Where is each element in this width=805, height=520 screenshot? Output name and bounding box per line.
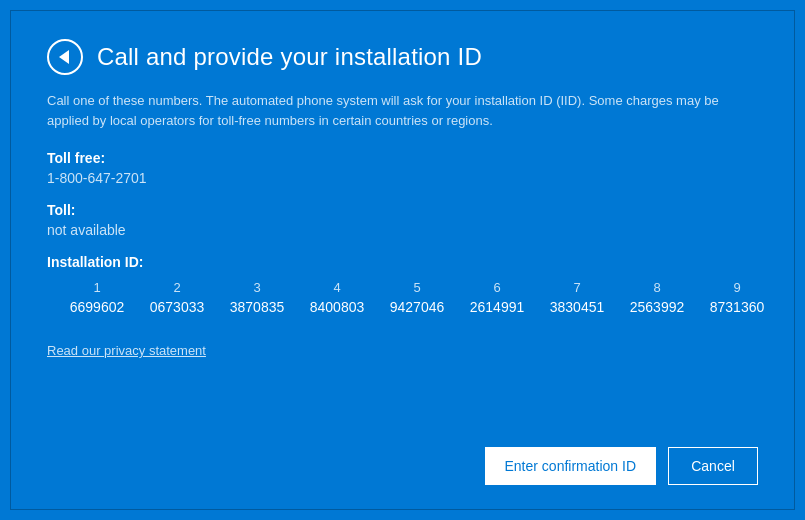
back-arrow-icon bbox=[59, 50, 69, 64]
installation-id-label: Installation ID: bbox=[47, 254, 758, 270]
toll-free-value: 1-800-647-2701 bbox=[47, 170, 758, 186]
id-col-number: 1 bbox=[57, 280, 137, 299]
id-col-value: 0673033 bbox=[137, 299, 217, 315]
id-col-number: 3 bbox=[217, 280, 297, 299]
id-col-number: 8 bbox=[617, 280, 697, 299]
id-col-value: 6699602 bbox=[57, 299, 137, 315]
toll-free-label: Toll free: bbox=[47, 150, 758, 166]
id-col-value: 8400803 bbox=[297, 299, 377, 315]
id-col-value: 8731360 bbox=[697, 299, 777, 315]
installation-id-values-grid: 6699602067303338708358400803942704626149… bbox=[57, 299, 758, 315]
header: Call and provide your installation ID bbox=[47, 39, 758, 75]
id-col-number: 7 bbox=[537, 280, 617, 299]
enter-confirmation-button[interactable]: Enter confirmation ID bbox=[485, 447, 657, 485]
footer: Enter confirmation ID Cancel bbox=[47, 447, 758, 485]
content-area: Toll free: 1-800-647-2701 Toll: not avai… bbox=[47, 150, 758, 431]
installation-id-grid: 123456789 bbox=[57, 280, 758, 299]
id-col-number: 6 bbox=[457, 280, 537, 299]
id-col-value: 9427046 bbox=[377, 299, 457, 315]
cancel-button[interactable]: Cancel bbox=[668, 447, 758, 485]
toll-label: Toll: bbox=[47, 202, 758, 218]
toll-section: Toll: not available bbox=[47, 202, 758, 238]
description-text: Call one of these numbers. The automated… bbox=[47, 91, 727, 130]
id-col-number: 9 bbox=[697, 280, 777, 299]
id-col-value: 3830451 bbox=[537, 299, 617, 315]
id-col-value: 3870835 bbox=[217, 299, 297, 315]
id-col-number: 4 bbox=[297, 280, 377, 299]
id-col-number: 5 bbox=[377, 280, 457, 299]
installation-id-section: Installation ID: 123456789 6699602067303… bbox=[47, 254, 758, 315]
toll-value: not available bbox=[47, 222, 758, 238]
main-window: Call and provide your installation ID Ca… bbox=[10, 10, 795, 510]
privacy-link[interactable]: Read our privacy statement bbox=[47, 343, 206, 358]
id-col-number: 2 bbox=[137, 280, 217, 299]
page-title: Call and provide your installation ID bbox=[97, 43, 482, 71]
toll-free-section: Toll free: 1-800-647-2701 bbox=[47, 150, 758, 186]
id-col-value: 2614991 bbox=[457, 299, 537, 315]
back-button[interactable] bbox=[47, 39, 83, 75]
id-col-value: 2563992 bbox=[617, 299, 697, 315]
